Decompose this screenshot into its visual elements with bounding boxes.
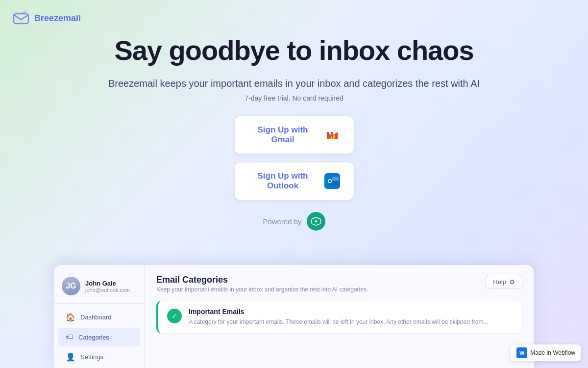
sidebar-item-categories[interactable]: 🏷 Categories [58,328,140,346]
svg-text:M: M [326,131,333,140]
svg-rect-0 [12,9,30,27]
help-label: Help [493,278,506,286]
webflow-badge-text: Made in Webflow [530,349,575,356]
svg-rect-1 [14,14,28,24]
user-email: john@outlook.com [85,287,130,293]
trial-text: 7-day free trial. No card required [245,94,343,102]
user-info: JG John Gale john@outlook.com [54,273,144,304]
avatar: JG [62,277,80,295]
signup-outlook-button[interactable]: Sign Up with Outlook [234,162,354,200]
category-title: Important Emails [189,308,488,315]
svg-rect-6 [332,177,339,181]
category-text: Important Emails A category for your imp… [189,308,488,326]
sidebar-settings-label: Settings [80,353,103,361]
outlook-icon [324,173,340,189]
help-button[interactable]: Help ⚙ [486,275,522,289]
powered-by-row: Powered by [263,212,325,231]
signup-gmail-button[interactable]: Sign Up with Gmail M [234,116,354,154]
content-description: Keep your important emails in your inbox… [156,286,368,293]
main-content: Email Categories Keep your important ema… [145,265,534,368]
outlook-button-label: Sign Up with Outlook [248,171,318,191]
webflow-logo-icon: W [516,347,527,358]
logo-icon [12,9,30,27]
hero-title: Say goodbye to inbox chaos [114,34,473,66]
dashboard-icon: 🏠 [66,313,75,322]
content-title: Email Categories [156,275,368,285]
settings-icon: 👤 [66,352,75,362]
brand-name: Breezemail [34,13,81,24]
category-card: ✓ Important Emails A category for your i… [156,301,522,333]
content-title-block: Email Categories Keep your important ema… [156,275,368,293]
content-header: Email Categories Keep your important ema… [156,275,522,293]
help-icon: ⚙ [509,278,515,286]
header: Breezemail [12,9,81,27]
sidebar-item-settings[interactable]: 👤 Settings [58,347,140,367]
sidebar: JG John Gale john@outlook.com 🏠 Dashboar… [54,265,145,368]
user-name: John Gale [85,280,130,287]
chatgpt-icon [307,212,325,231]
sidebar-dashboard-label: Dashboard [80,314,112,321]
dashboard-preview: JG John Gale john@outlook.com 🏠 Dashboar… [54,265,534,368]
powered-by-text: Powered by [263,217,301,226]
user-details: John Gale john@outlook.com [85,280,130,293]
sidebar-categories-label: Categories [78,334,109,341]
hero-subtitle: Breezemail keeps your important emails i… [108,78,480,89]
category-check-icon: ✓ [167,309,182,323]
webflow-badge[interactable]: W Made in Webflow [511,344,581,361]
svg-point-9 [328,180,331,183]
gmail-button-label: Sign Up with Gmail [248,125,318,145]
hero-section: Say goodbye to inbox chaos Breezemail ke… [0,0,588,231]
svg-rect-7 [332,182,339,185]
category-description: A category for your important emails. Th… [189,317,488,326]
categories-icon: 🏷 [66,333,74,342]
gmail-icon: M [324,127,340,143]
sidebar-item-dashboard[interactable]: 🏠 Dashboard [58,308,140,327]
